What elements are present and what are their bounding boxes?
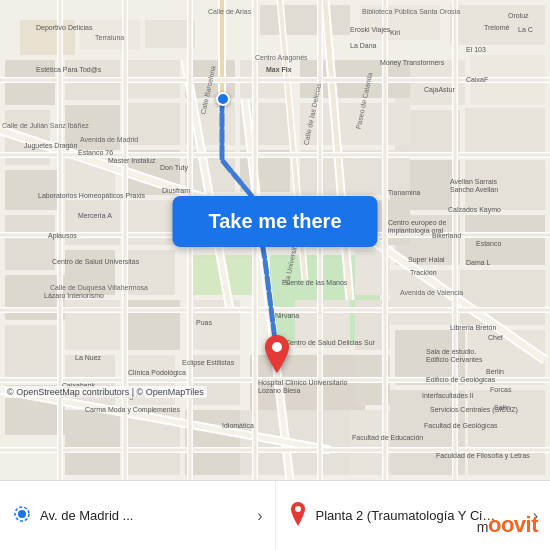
svg-point-188 (18, 510, 26, 518)
destination-marker (262, 335, 292, 377)
svg-text:Terraluna: Terraluna (95, 34, 124, 41)
svg-text:Sancho Avellan: Sancho Avellan (450, 186, 498, 193)
svg-rect-21 (465, 160, 545, 210)
svg-text:Trelomé: Trelomé (484, 24, 510, 31)
svg-text:Edificio Cervantes: Edificio Cervantes (426, 356, 483, 363)
svg-text:Centro europeo de: Centro europeo de (388, 219, 446, 227)
from-section[interactable]: Av. de Madrid ... › (0, 481, 276, 550)
svg-text:Estanco: Estanco (476, 240, 501, 247)
svg-point-190 (295, 506, 301, 512)
svg-text:Avenida de Madrid: Avenida de Madrid (80, 136, 138, 143)
svg-text:Facultad de Geológicas: Facultad de Geológicas (424, 422, 498, 430)
svg-text:Sala de estudio.: Sala de estudio. (426, 348, 476, 355)
take-me-there-button[interactable]: Take me there (172, 196, 377, 247)
svg-text:Eclipse Estilistas: Eclipse Estilistas (182, 359, 235, 367)
svg-text:Oroluz: Oroluz (508, 12, 529, 19)
svg-text:Kiri: Kiri (390, 29, 401, 36)
svg-rect-14 (5, 325, 60, 380)
svg-text:Lozano Blesa: Lozano Blesa (258, 387, 301, 394)
svg-text:Idiomàtica: Idiomàtica (222, 422, 254, 429)
svg-text:Centro Aragonés: Centro Aragonés (255, 54, 308, 62)
svg-rect-12 (5, 215, 55, 270)
svg-text:Edificio de Geológicas: Edificio de Geológicas (426, 376, 496, 384)
svg-text:Calzados Kaymo: Calzados Kaymo (448, 206, 501, 214)
svg-text:Clínica Podológica: Clínica Podológica (128, 369, 186, 377)
svg-rect-38 (65, 410, 120, 475)
svg-text:Max Fix: Max Fix (266, 66, 292, 73)
svg-text:Centro de Salud Delicias Sur: Centro de Salud Delicias Sur (285, 339, 376, 346)
svg-text:CaixaF: CaixaF (466, 76, 488, 83)
svg-text:Chef: Chef (488, 334, 503, 341)
svg-rect-11 (5, 170, 60, 210)
svg-text:Estética Para Tod@s: Estética Para Tod@s (36, 66, 102, 73)
svg-text:Juguetes Dragón: Juguetes Dragón (24, 142, 77, 150)
svg-text:Laboratorios Homeopáticos Prax: Laboratorios Homeopáticos Praxis (38, 192, 145, 200)
svg-text:Eroski Viajes: Eroski Viajes (350, 26, 391, 34)
svg-text:Hospital Clínico Universitario: Hospital Clínico Universitario (258, 379, 348, 387)
svg-text:Estanco 76: Estanco 76 (78, 149, 113, 156)
from-icon (12, 504, 32, 528)
svg-text:Centro de Salud Universitas: Centro de Salud Universitas (52, 258, 140, 265)
from-text: Av. de Madrid ... (40, 508, 133, 523)
from-arrow-icon: › (257, 507, 262, 525)
svg-text:Trackion: Trackion (410, 269, 437, 276)
svg-text:El 103: El 103 (466, 46, 486, 53)
svg-rect-25 (460, 270, 545, 325)
svg-text:Avenida de Valencia: Avenida de Valencia (400, 289, 463, 296)
svg-text:Nirvana: Nirvana (275, 312, 299, 319)
svg-text:Tianamina: Tianamina (388, 189, 421, 196)
map: Terraluna Calle de Arias Calle Barcelona… (0, 0, 550, 480)
svg-text:Calle de Julián Sanz Ibáñez: Calle de Julián Sanz Ibáñez (2, 122, 89, 129)
svg-point-187 (272, 342, 282, 352)
svg-text:Carma Moda y Complementes: Carma Moda y Complementes (85, 406, 180, 414)
svg-text:Facultad de Educación: Facultad de Educación (352, 434, 423, 441)
svg-text:La C: La C (518, 26, 533, 33)
svg-text:Forcas: Forcas (490, 386, 512, 393)
svg-rect-53 (185, 410, 240, 475)
svg-text:Biblioteca Pública Santa Orosi: Biblioteca Pública Santa Orosia (362, 8, 460, 15)
moovit-logo: moovit (477, 512, 538, 538)
svg-text:Calle de Arias: Calle de Arias (208, 8, 252, 15)
svg-text:Avellan Sarrais: Avellan Sarrais (450, 178, 497, 185)
bottom-navigation-bar: Av. de Madrid ... › Planta 2 (Traumatolo… (0, 480, 550, 550)
svg-rect-6 (260, 5, 350, 35)
svg-text:Fuente de las Manos: Fuente de las Manos (282, 279, 348, 286)
svg-text:Berlin: Berlin (486, 368, 504, 375)
svg-rect-19 (465, 108, 545, 156)
svg-text:Diusfram: Diusfram (162, 187, 190, 194)
svg-text:implantología oral: implantología oral (388, 227, 444, 235)
svg-text:Deportivo Delicias: Deportivo Delicias (36, 24, 93, 32)
svg-text:Money Transformers: Money Transformers (380, 59, 445, 67)
origin-marker (216, 92, 230, 106)
svg-text:CajaAstur: CajaAstur (424, 86, 455, 94)
svg-text:Master Instaluz: Master Instaluz (108, 157, 156, 164)
to-text: Planta 2 (Traumatología Y Cirugía... (316, 508, 496, 523)
svg-text:Puas: Puas (196, 319, 212, 326)
svg-text:Faculdad de Filosofía y Letras: Faculdad de Filosofía y Letras (436, 452, 530, 460)
svg-text:Librería Bretón: Librería Bretón (450, 324, 496, 331)
svg-text:La Nuez: La Nuez (75, 354, 102, 361)
svg-text:Lázaro Interiorismo: Lázaro Interiorismo (44, 292, 104, 299)
svg-text:Don Tuty: Don Tuty (160, 164, 189, 172)
svg-text:Mercería A: Mercería A (78, 212, 112, 219)
svg-text:Salín: Salín (494, 404, 510, 411)
svg-text:Dama L: Dama L (466, 259, 491, 266)
svg-rect-29 (468, 390, 545, 475)
from-value: Av. de Madrid ... (40, 508, 133, 523)
svg-text:Calle de Duquesa Villahermosa: Calle de Duquesa Villahermosa (50, 284, 148, 292)
svg-text:Interfacultades II: Interfacultades II (422, 392, 474, 399)
to-icon (288, 502, 308, 530)
to-value: Planta 2 (Traumatología Y Cirugía... (316, 508, 496, 523)
map-attribution: © OpenStreetMap contributors | © OpenMap… (4, 386, 207, 398)
svg-text:Super Halal: Super Halal (408, 256, 445, 264)
svg-text:Aplausos: Aplausos (48, 232, 77, 240)
svg-text:La Dana: La Dana (350, 42, 377, 49)
